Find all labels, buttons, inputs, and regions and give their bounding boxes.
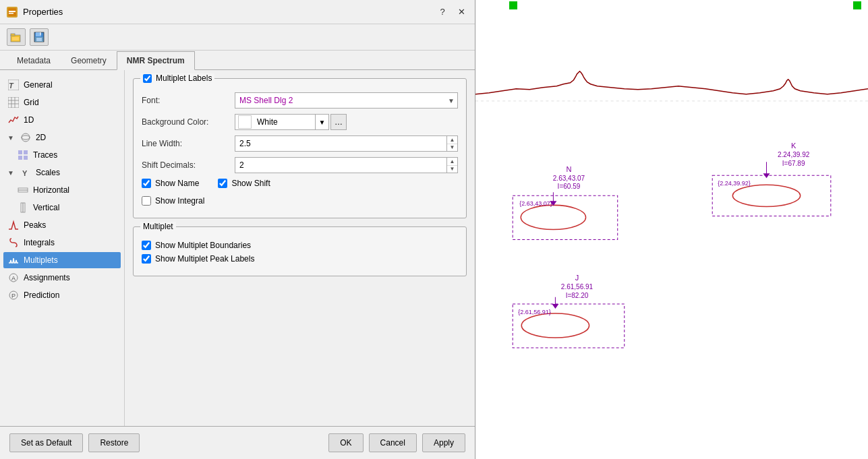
color-more-button[interactable]: … — [330, 114, 347, 130]
shift-decimals-down[interactable]: ▼ — [447, 166, 457, 173]
line-width-value[interactable]: 2.5 — [235, 139, 446, 148]
spectrum-panel: N 2.63,43.07 I=60.59 {2.63,43.07} K 2.24… — [475, 0, 868, 459]
bg-color-label: Background Color: — [142, 117, 229, 127]
title-bar-controls: ? ✕ — [436, 5, 468, 19]
sidebar: T General Grid — [0, 70, 125, 426]
save-button[interactable] — [30, 28, 49, 46]
shift-decimals-up[interactable]: ▲ — [447, 158, 457, 166]
line-width-row: Line Width: 2.5 ▲ ▼ — [142, 135, 458, 152]
color-dropdown[interactable]: White ▼ — [235, 114, 329, 130]
color-name: White — [254, 117, 315, 127]
sidebar-label-1d: 1D — [24, 115, 34, 125]
cancel-button[interactable]: Cancel — [369, 433, 417, 452]
multiplet-j-label: J — [575, 274, 579, 282]
show-peak-labels-checkbox[interactable] — [142, 254, 151, 264]
svg-rect-1 — [9, 11, 16, 12]
integrals-icon — [7, 237, 20, 249]
sidebar-item-peaks[interactable]: Peaks — [3, 217, 121, 233]
sidebar-item-multiplets[interactable]: Multiplets — [3, 252, 121, 268]
font-dropdown[interactable]: MS Shell Dlg 2 — [239, 96, 453, 105]
multiplet-labels-title: Multiplet Labels — [140, 73, 214, 83]
scales-expand-arrow: ▼ — [7, 169, 14, 177]
color-arrow[interactable]: ▼ — [315, 115, 328, 129]
show-name-label[interactable]: Show Name — [155, 179, 199, 188]
show-integral-label[interactable]: Show Integral — [155, 196, 204, 206]
sidebar-item-prediction[interactable]: P Prediction — [3, 287, 121, 303]
check-col-left: Show Name Show Integral — [142, 179, 204, 210]
multiplet-n-label: N — [566, 165, 571, 173]
sidebar-item-integrals[interactable]: Integrals — [3, 235, 121, 251]
show-shift-checkbox[interactable] — [218, 179, 227, 188]
svg-text:T: T — [9, 82, 14, 90]
sidebar-label-vertical: Vertical — [33, 203, 59, 212]
line-width-input[interactable]: 2.5 ▲ ▼ — [235, 135, 458, 152]
line-width-up[interactable]: ▲ — [447, 136, 457, 144]
show-name-checkbox[interactable] — [142, 179, 151, 188]
grid-icon — [7, 96, 20, 109]
assignments-icon: A — [7, 272, 20, 284]
show-integral-checkbox[interactable] — [142, 196, 151, 206]
svg-rect-8 — [40, 32, 41, 35]
font-row: Font: MS Shell Dlg 2 ▼ — [142, 92, 458, 109]
show-shift-label[interactable]: Show Shift — [231, 179, 270, 188]
shift-decimals-spinner[interactable]: ▲ ▼ — [446, 158, 457, 173]
tab-metadata[interactable]: Metadata — [7, 51, 61, 70]
close-button[interactable]: ✕ — [455, 5, 468, 19]
2d-icon — [20, 131, 32, 144]
sidebar-item-grid[interactable]: Grid — [3, 94, 121, 111]
sidebar-label-grid: Grid — [24, 98, 39, 107]
svg-rect-22 — [18, 156, 22, 160]
multiplet-j-box-coords: {2.61,56.91} — [518, 309, 551, 315]
title-bar-left: Properties — [7, 7, 63, 18]
svg-rect-2 — [9, 13, 13, 14]
shift-decimals-input[interactable]: 2 ▲ ▼ — [235, 157, 458, 173]
ok-button[interactable]: OK — [328, 433, 363, 452]
check-col-right: Show Shift — [218, 179, 270, 210]
set-default-button[interactable]: Set as Default — [9, 433, 83, 452]
svg-rect-13 — [8, 97, 19, 108]
multiplet-n-coords: 2.63,43.07 — [553, 175, 585, 182]
sidebar-label-scales: Scales — [36, 168, 60, 177]
color-select-group: White ▼ … — [235, 114, 347, 130]
show-boundaries-checkbox[interactable] — [142, 241, 151, 250]
show-name-row: Show Name — [142, 179, 204, 188]
vertical-icon — [17, 202, 29, 214]
bg-color-row: Background Color: White ▼ … — [142, 114, 458, 130]
multiplet-section: Multiplet Show Multiplet Boundaries Show… — [133, 226, 467, 276]
shift-decimals-value[interactable]: 2 — [235, 160, 446, 170]
show-boundaries-label[interactable]: Show Multiplet Boundaries — [155, 241, 251, 250]
multiplets-icon — [7, 254, 20, 266]
sidebar-item-horizontal[interactable]: Horizontal — [3, 182, 121, 198]
line-width-label: Line Width: — [142, 139, 229, 148]
sidebar-item-general[interactable]: T General — [3, 77, 121, 93]
multiplet-labels-checkbox[interactable] — [143, 74, 152, 83]
tab-geometry[interactable]: Geometry — [61, 51, 117, 70]
open-button[interactable] — [7, 28, 26, 46]
general-icon: T — [7, 79, 20, 91]
dialog-icon — [7, 7, 18, 18]
font-select[interactable]: MS Shell Dlg 2 ▼ — [235, 92, 458, 109]
svg-text:A: A — [11, 275, 16, 282]
line-width-spinner[interactable]: ▲ ▼ — [446, 136, 457, 151]
peaks-icon — [7, 219, 20, 231]
sidebar-item-1d[interactable]: 1D — [3, 112, 121, 128]
restore-button[interactable]: Restore — [88, 433, 140, 452]
help-button[interactable]: ? — [436, 5, 449, 19]
show-peak-labels-label[interactable]: Show Multiplet Peak Labels — [155, 254, 254, 264]
bottom-buttons: Set as Default Restore OK Cancel Apply — [0, 426, 475, 459]
sidebar-item-vertical[interactable]: Vertical — [3, 200, 121, 216]
content-area: T General Grid — [0, 70, 475, 426]
multiplet-n-box-coords: {2.63,43.07} — [519, 200, 552, 207]
sidebar-item-assignments[interactable]: A Assignments — [3, 270, 121, 286]
sidebar-label-traces: Traces — [33, 150, 57, 160]
shift-decimals-row: Shift Decimals: 2 ▲ ▼ — [142, 157, 458, 173]
tab-nmr-spectrum[interactable]: NMR Spectrum — [117, 51, 195, 70]
sidebar-item-2d[interactable]: ▼ 2D — [3, 129, 121, 146]
line-width-down[interactable]: ▼ — [447, 144, 457, 152]
sidebar-label-assignments: Assignments — [24, 273, 70, 282]
sidebar-item-scales[interactable]: ▼ Y Scales — [3, 164, 121, 181]
prediction-icon: P — [7, 289, 20, 301]
apply-button[interactable]: Apply — [422, 433, 465, 452]
svg-rect-4 — [11, 34, 15, 36]
sidebar-item-traces[interactable]: Traces — [3, 147, 121, 163]
